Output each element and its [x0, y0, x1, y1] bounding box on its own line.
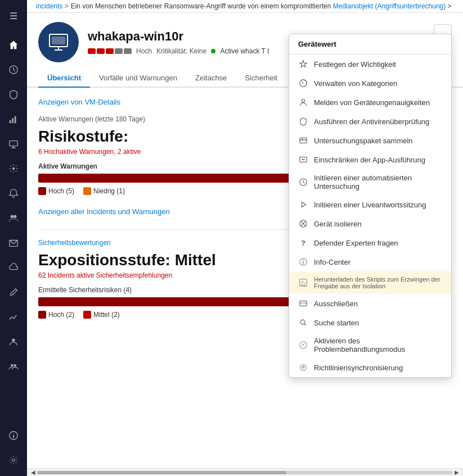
vm-link[interactable]: Anzeigen von VM-Details: [38, 98, 120, 106]
tab-uebersicht[interactable]: Übersicht: [38, 69, 90, 88]
sidebar-item-alerts[interactable]: [2, 182, 25, 205]
main-panel: incidents > Ein von Menschen betriebener…: [27, 0, 463, 476]
sidebar-hamburger[interactable]: ☰: [2, 4, 25, 27]
isolate-icon: [298, 219, 308, 229]
sidebar-item-mail[interactable]: [2, 232, 25, 254]
svg-point-6: [11, 215, 14, 218]
incidents-link[interactable]: Anzeigen aller Incidents und Warnungen: [38, 207, 170, 216]
sidebar-item-settings2[interactable]: [2, 157, 25, 180]
svg-point-25: [300, 320, 305, 324]
sidebar-item-home[interactable]: [2, 34, 25, 56]
legend-niedrig-dot: [83, 187, 91, 195]
menu-item-problembehandlung-label: Aktivieren des Problembehandlungsmodus: [314, 337, 442, 353]
menu-item-live-antwort[interactable]: Initiieren einer Liveantwortssitzung: [289, 195, 451, 214]
menu-item-auto-untersuchung-label: Initiieren einer automatisierten Untersu…: [314, 174, 442, 191]
menu-item-richtlinie-label: Richtliniensynchronisierung: [314, 364, 403, 372]
legend2-mittel: Mittel (2): [83, 311, 120, 319]
menu-item-isolieren-label: Gerät isolieren: [314, 220, 362, 228]
svg-rect-1: [10, 120, 11, 123]
svg-point-7: [14, 215, 16, 218]
device-avatar: [38, 22, 79, 62]
scroll-left-arrow[interactable]: ◀: [29, 469, 37, 477]
bar-hoch-label: Hoch (5): [48, 187, 74, 195]
scroll-track[interactable]: [37, 471, 453, 474]
risk-label: Hoch: [136, 47, 152, 55]
sidebar-item-partners[interactable]: [2, 207, 25, 229]
menu-item-richtlinie[interactable]: Richtliniensynchronisierung: [289, 358, 451, 377]
menu-item-problembehandlung[interactable]: Aktivieren des Problembehandlungsmodus: [289, 332, 451, 358]
auto-investigation-icon: [298, 177, 308, 187]
risk-bar-2: [97, 48, 105, 54]
menu-item-suche[interactable]: Suche starten: [289, 313, 451, 332]
sidebar: ☰: [0, 0, 27, 476]
menu-item-antivirencheck[interactable]: Ausführen der Antivirenüberprüfung: [289, 112, 451, 131]
tab-vorfaelle[interactable]: Vorfälle und Warnungen: [90, 69, 186, 88]
bar2-mittel-label: Mittel (2): [93, 311, 120, 319]
svg-point-10: [11, 364, 14, 367]
menu-item-suche-label: Suche starten: [314, 319, 359, 327]
svg-point-9: [12, 339, 15, 342]
star-icon: [298, 59, 308, 69]
package-icon: [298, 135, 308, 146]
horizontal-scrollbar: ◀ ▶: [27, 468, 463, 476]
sidebar-item-users[interactable]: [2, 330, 25, 353]
sidebar-item-groups[interactable]: [2, 355, 25, 378]
legend2-hoch-dot: [38, 311, 46, 319]
menu-item-info-center-label: Info-Center: [314, 258, 350, 266]
context-menu-header: Gerätewert: [289, 34, 451, 55]
menu-item-untersuchungspaket-label: Untersuchungspaket sammeln: [314, 137, 413, 145]
sidebar-item-edit[interactable]: [2, 281, 25, 303]
troubleshoot-icon: [298, 340, 308, 350]
svg-point-13: [12, 459, 15, 462]
menu-item-app-ausfuehrung[interactable]: Einschränken der App-Ausführung: [289, 150, 451, 169]
legend2-hoch: Hoch (2): [38, 311, 74, 319]
tab-sicherheit[interactable]: Sicherheit: [236, 69, 286, 88]
tab-zeitachse[interactable]: Zeitachse: [186, 69, 236, 88]
menu-item-isolieren[interactable]: Gerät isolieren: [289, 214, 451, 233]
categorize-icon: [298, 78, 308, 88]
legend2-mittel-dot: [83, 311, 91, 319]
menu-item-untersuchungspaket[interactable]: Untersuchungspaket sammeln: [289, 131, 451, 150]
legend-hoch: Hoch (5): [38, 187, 74, 195]
sidebar-item-gear[interactable]: [2, 449, 25, 472]
svg-rect-15: [52, 37, 65, 44]
sidebar-item-clock[interactable]: [2, 58, 25, 81]
menu-item-experten-label: Defender Experten fragen: [314, 239, 398, 247]
svg-rect-4: [10, 141, 17, 146]
sidebar-item-cloud[interactable]: [2, 256, 25, 279]
menu-item-ausschliessen[interactable]: Ausschließen: [289, 294, 451, 313]
status-dot: [211, 49, 215, 53]
scroll-right-arrow[interactable]: ▶: [453, 469, 461, 477]
breadcrumb-incidents[interactable]: incidents >: [36, 2, 69, 10]
menu-item-wichtigkeit[interactable]: Festlegen der Wichtigkeit: [289, 55, 451, 74]
sidebar-item-shield[interactable]: [2, 83, 25, 106]
menu-item-info-center[interactable]: Info-Center: [289, 252, 451, 271]
menu-item-auto-untersuchung[interactable]: Initiieren einer automatisierten Untersu…: [289, 169, 451, 195]
sidebar-item-info[interactable]: [2, 424, 25, 447]
scroll-thumb[interactable]: [37, 471, 286, 474]
menu-item-experten[interactable]: ? Defender Experten fragen: [289, 233, 451, 252]
menu-item-wichtigkeit-label: Festlegen der Wichtigkeit: [314, 60, 396, 69]
risk-bar-3: [106, 48, 114, 54]
svg-rect-3: [15, 116, 16, 124]
live-response-icon: [298, 200, 308, 210]
svg-rect-24: [300, 301, 307, 306]
menu-item-ausschliessen-label: Ausschließen: [314, 300, 358, 308]
legend-hoch-dot: [38, 187, 46, 195]
svg-rect-18: [300, 138, 307, 143]
menu-item-ungenauigkeiten[interactable]: Melden von Geräteungenauigkeiten: [289, 93, 451, 112]
sidebar-item-chart[interactable]: [2, 306, 25, 328]
legend-niedrig: Niedrig (1): [83, 187, 125, 195]
menu-item-antivirencheck-label: Ausführen der Antivirenüberprüfung: [314, 117, 429, 126]
info-center-icon: [298, 257, 308, 267]
menu-item-skript-warning[interactable]: Herunterladen des Skripts zum Erzwingen …: [289, 271, 451, 294]
svg-rect-2: [12, 118, 14, 123]
svg-point-17: [302, 99, 304, 102]
sidebar-item-devices[interactable]: [2, 133, 25, 155]
risk-bar-5: [124, 48, 132, 54]
restrict-app-icon: [298, 155, 308, 165]
sidebar-item-graph[interactable]: [2, 108, 25, 130]
menu-item-kategorien[interactable]: Verwalten von Kategorien: [289, 74, 451, 93]
antivirus-icon: [298, 116, 308, 126]
exclude-icon: [298, 298, 308, 309]
